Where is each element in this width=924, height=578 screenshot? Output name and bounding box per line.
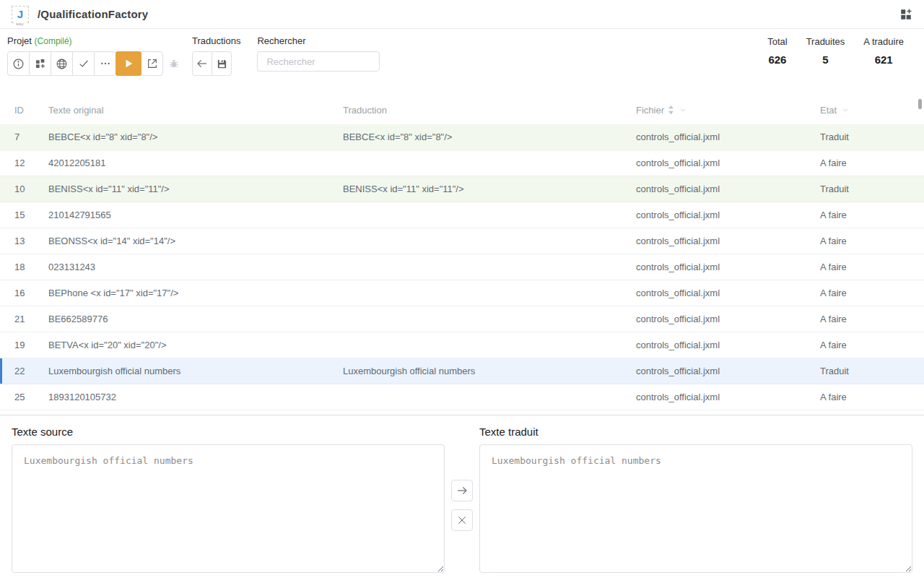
cell-texte-original: 210142791565 [48,210,343,220]
etat-filter-chevron-icon[interactable] [842,106,849,113]
table-row[interactable]: 21 BE662589776 controls_official.jxml A … [0,306,924,332]
rechercher-label: Rechercher [257,35,380,46]
sort-icon[interactable] [668,105,674,115]
projet-label: Projet (Compilé) [7,35,185,46]
cell-traduction: BENISS<x id="11" xid="11"/> [343,184,636,194]
cell-fichier: controls_official.jxml [636,392,820,402]
stat-traduites: Traduites 5 [806,36,845,66]
globe-icon [56,58,68,70]
cell-id: 7 [14,131,48,142]
cell-etat: Traduit [820,184,924,194]
stat-a-traduire: A traduire 621 [863,36,904,66]
cell-texte-original: Luxembourgish official numbers [48,366,343,376]
cell-etat: A faire [820,236,924,246]
table-row[interactable]: 19 BETVA<x id="20" xid="20"/> controls_o… [0,332,924,358]
cell-etat: A faire [820,314,924,324]
table-row[interactable]: 16 BEPhone <x id="17" xid="17"/> control… [0,280,924,306]
bug-icon [168,58,180,69]
table-row[interactable]: 25 1893120105732 controls_official.jxml … [0,384,924,410]
traductions-group: Traductions [192,35,240,76]
clear-button[interactable] [451,509,473,531]
cell-texte-original: BEONSS<x id="14" xid="14"/> [48,236,343,246]
editor-actions [445,426,479,576]
cell-texte-original: BEPhone <x id="17" xid="17"/> [48,288,343,298]
dashboard-add-icon [35,58,46,69]
table-body: 7 BEBCE<x id="8" xid="8"/> BEBCE<x id="8… [0,124,924,410]
table-row[interactable]: 7 BEBCE<x id="8" xid="8"/> BEBCE<x id="8… [0,124,924,150]
open-external-button[interactable] [141,51,163,76]
cell-etat: A faire [820,340,924,350]
table-header: ID Texte original Traduction Fichier Eta… [0,95,924,124]
table-row[interactable]: 13 BEONSS<x id="14" xid="14"/> controls_… [0,228,924,254]
target-pane: Texte traduit [479,426,912,576]
table-row[interactable]: 22 Luxembourgish official numbers Luxemb… [0,358,924,384]
projet-status: (Compilé) [35,36,72,46]
more-icon [100,58,111,69]
cell-fichier: controls_official.jxml [636,262,820,272]
info-icon [12,58,25,70]
cell-id: 16 [14,288,48,298]
info-button[interactable] [7,51,30,76]
table-row[interactable]: 10 BENISS<x id="11" xid="11"/> BENISS<x … [0,176,924,202]
dashboard-add-button[interactable] [29,51,51,76]
play-icon [123,59,134,69]
texte-traduit-label: Texte traduit [479,426,912,438]
col-fichier[interactable]: Fichier [636,105,820,116]
table-row[interactable]: 12 42012205181 controls_official.jxml A … [0,150,924,176]
cell-etat: A faire [820,288,924,298]
check-icon [78,58,90,69]
toolbar: Projet (Compilé) [0,29,924,85]
cell-texte-original: 023131243 [48,262,343,272]
col-etat[interactable]: Etat [820,105,924,116]
col-id: ID [14,105,48,116]
app-header: J way /QualificationFactory [0,0,924,29]
texte-source-textarea[interactable] [12,444,445,573]
search-input[interactable] [257,51,380,72]
traductions-label: Traductions [192,35,240,46]
cell-texte-original: 1893120105732 [48,392,343,402]
cell-fichier: controls_official.jxml [636,158,820,168]
cell-id: 13 [14,236,48,246]
table-row[interactable]: 15 210142791565 controls_official.jxml A… [0,202,924,228]
cell-fichier: controls_official.jxml [636,184,820,194]
cell-etat: A faire [820,262,924,272]
jway-logo: J way [12,6,29,23]
stats-panel: Total 626 Traduites 5 A traduire 621 [767,35,912,66]
scrollbar-thumb[interactable] [918,99,922,109]
copy-source-button[interactable] [451,480,473,501]
table-row[interactable]: 18 023131243 controls_official.jxml A fa… [0,254,924,280]
cell-id: 12 [14,158,48,168]
editor-panel: Texte source Texte traduit [0,415,924,576]
play-button[interactable] [116,51,141,76]
save-button[interactable] [212,51,232,76]
cell-id: 22 [14,366,48,376]
cell-id: 15 [14,210,48,220]
apps-grid-icon[interactable] [899,8,912,21]
back-button[interactable] [192,51,212,76]
cell-id: 10 [14,184,48,194]
cell-traduction: BEBCE<x id="8" xid="8"/> [343,131,636,142]
texte-source-label: Texte source [12,426,445,438]
col-texte-original: Texte original [48,105,343,116]
search-group: Rechercher [257,35,380,72]
cell-fichier: controls_official.jxml [636,366,820,376]
validate-button[interactable] [72,51,95,76]
stat-total-value: 626 [767,53,787,66]
cell-etat: A faire [820,392,924,402]
texte-traduit-textarea[interactable] [479,444,912,573]
filter-chevron-icon[interactable] [679,106,687,113]
more-button[interactable] [94,51,116,76]
debug-button[interactable] [162,51,185,76]
stat-traduites-value: 5 [806,53,845,66]
stat-a-traduire-value: 621 [863,53,904,66]
logo-letter: J [17,9,23,20]
cell-texte-original: BE662589776 [48,314,343,324]
cell-fichier: controls_official.jxml [636,236,820,246]
projet-group: Projet (Compilé) [7,35,185,76]
logo-sub-label: way [15,22,25,26]
globe-button[interactable] [51,51,73,76]
cell-id: 21 [14,314,48,324]
cell-texte-original: BENISS<x id="11" xid="11"/> [48,184,343,194]
cell-id: 19 [14,340,48,350]
cell-traduction: Luxembourgish official numbers [343,366,636,376]
